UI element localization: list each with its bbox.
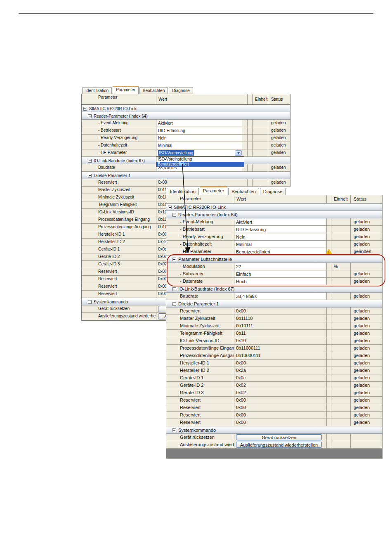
param-value-cell: 0x02 [234, 382, 327, 389]
modified-flag-cell [327, 441, 331, 448]
column-header-wert: Wert [234, 195, 327, 203]
param-label: Prozessdatenlänge Ausgang [82, 224, 156, 231]
status-cell: geladen [351, 382, 382, 389]
param-label: Geräte-ID 3 [82, 261, 156, 268]
collapse-minus-icon[interactable] [172, 302, 176, 306]
value-field[interactable]: 38,4 kbit/s [235, 293, 326, 299]
param-value-cell: 0x00 [234, 360, 327, 367]
unit-cell [331, 226, 351, 233]
status-cell: geladen [351, 412, 382, 419]
modified-flag-cell [327, 352, 331, 359]
param-value-cell: 0b11000111 [234, 345, 327, 352]
value-field[interactable]: Minimal [157, 142, 242, 149]
param-label: Geräte-ID 2 [166, 382, 234, 389]
value-field[interactable]: Benutzerdefiniert [235, 248, 326, 255]
collapse-minus-icon[interactable] [172, 258, 176, 261]
value-field[interactable]: UID-Erfassung [235, 226, 326, 232]
param-label: - Ready-Verzögerung [166, 233, 234, 240]
param-label: Reserviert [82, 283, 156, 290]
row-datenhaltezeit: - DatenhaltezeitMinimalgeladen [82, 142, 290, 149]
param-label: Reserviert [82, 179, 156, 186]
collapse-minus-icon[interactable] [168, 206, 172, 209]
column-header-spacer [248, 94, 253, 104]
row-master-zykluszeit: Master Zykluszeit0b11110geladen [166, 315, 382, 322]
modified-flag-cell [248, 142, 253, 149]
status-text: geladen [354, 233, 382, 240]
hf-parameter-combobox[interactable]: ISO-Voreinstellung [157, 150, 242, 156]
collapse-minus-icon[interactable] [88, 300, 92, 304]
tab-parameter[interactable]: Parameter [113, 86, 139, 94]
tab-identifikation[interactable]: Identifikation [167, 188, 199, 195]
tab-parameter[interactable]: Parameter [200, 187, 227, 195]
status-text: geladen [354, 218, 382, 225]
modified-flag-cell [327, 337, 331, 344]
param-label: Gerät rücksetzen [82, 305, 156, 312]
modified-flag-cell [327, 345, 331, 352]
row-baudrate: Baudrate38,4 kbit/sgeladen [166, 293, 382, 300]
value-field[interactable]: Aktiviert [235, 219, 326, 225]
tab-beobachten[interactable]: Beobachten [139, 87, 168, 94]
row-systemkommando: Systemkommando [166, 426, 382, 434]
value-field[interactable]: Nein [157, 135, 242, 141]
column-header-wert: Wert [156, 94, 248, 104]
status-text: geladen [271, 120, 290, 126]
page-header-rule [19, 13, 373, 14]
collapse-minus-icon[interactable] [88, 159, 92, 163]
value-text: 0x00 [156, 179, 247, 186]
auslieferungszustand-wiederherstellen-button[interactable]: Auslieferungszustand wiederherstellen [236, 442, 322, 448]
parameter-table: ParameterWertEinheitStatusSIMATIC RF220R… [166, 195, 383, 459]
ger-t-r-cksetzen-button[interactable]: Gerät rücksetzen [236, 434, 322, 440]
modified-flag-cell [327, 241, 331, 248]
param-label: Auslieferungszustand wiederhe... [166, 441, 234, 448]
tab-beobachten[interactable]: Beobachten [228, 188, 259, 195]
value-field[interactable]: Einfach [235, 271, 326, 277]
collapse-minus-icon[interactable] [172, 428, 176, 432]
modified-flag-cell [248, 149, 253, 156]
tab-diagnose[interactable]: Diagnose [169, 87, 193, 94]
param-label: Gerät rücksetzen [166, 434, 234, 441]
status-text: geladen [271, 142, 290, 149]
unit-cell [331, 315, 351, 322]
unit-cell [253, 127, 268, 134]
collapse-minus-icon[interactable] [172, 287, 176, 291]
scroll-footer-bar [166, 449, 382, 458]
dropdown-item-benutzerdefiniert[interactable]: Benutzerdefiniert [156, 162, 244, 167]
param-label: - HF-Parameter [82, 149, 156, 156]
tab-identifikation[interactable]: Identifikation [82, 87, 112, 94]
row-minimale-zykluszeit: Minimale Zykluszeit0b10111geladen [166, 322, 382, 330]
modified-flag-cell [327, 419, 331, 426]
status-text: geladen [354, 308, 382, 314]
value-field[interactable]: UID-Erfassung [157, 128, 242, 134]
modified-flag-cell [327, 308, 331, 315]
dropdown-item-iso-voreinstellung[interactable]: ISO-Voreinstellung [156, 157, 244, 162]
row-betriebsart: - BetriebsartUID-Erfassunggeladen [82, 127, 290, 135]
value-field[interactable]: Hoch [235, 278, 326, 284]
collapse-minus-icon[interactable] [88, 174, 92, 177]
row-betriebsart: - BetriebsartUID-Erfassunggeladen [166, 226, 382, 233]
param-value-cell: 0x00 [234, 404, 327, 411]
tab-diagnose[interactable]: Diagnose [260, 188, 286, 195]
param-label: Master Zykluszeit [82, 187, 156, 194]
param-value-cell: 0x00 [234, 419, 327, 426]
value-field[interactable]: Aktiviert [157, 120, 242, 126]
status-cell [351, 441, 382, 448]
param-value-cell: 0x0c [234, 374, 327, 381]
param-value-cell: 0x00 [234, 397, 327, 404]
status-text: geladen [271, 127, 290, 134]
column-header-einheit: Einheit [331, 195, 351, 203]
collapse-minus-icon[interactable] [172, 213, 176, 217]
modified-flag-cell [327, 248, 331, 255]
value-field[interactable]: 22 [235, 263, 326, 270]
row-direkte-parameter-1: Direkte Parameter 1 [82, 172, 290, 179]
value-field[interactable]: Minimal [235, 241, 326, 247]
unit-cell [331, 248, 351, 255]
group-label: Parameter Luftschnittstelle [178, 257, 232, 262]
collapse-minus-icon[interactable] [88, 114, 92, 118]
combo-arrow-icon[interactable] [235, 150, 242, 156]
collapse-minus-icon[interactable] [83, 107, 87, 111]
unit-cell [253, 164, 268, 171]
param-value-cell: 0b11110 [234, 315, 327, 322]
column-header-status: Status [351, 195, 382, 203]
status-text: geladen [354, 404, 382, 411]
value-field[interactable]: Nein [235, 234, 326, 240]
